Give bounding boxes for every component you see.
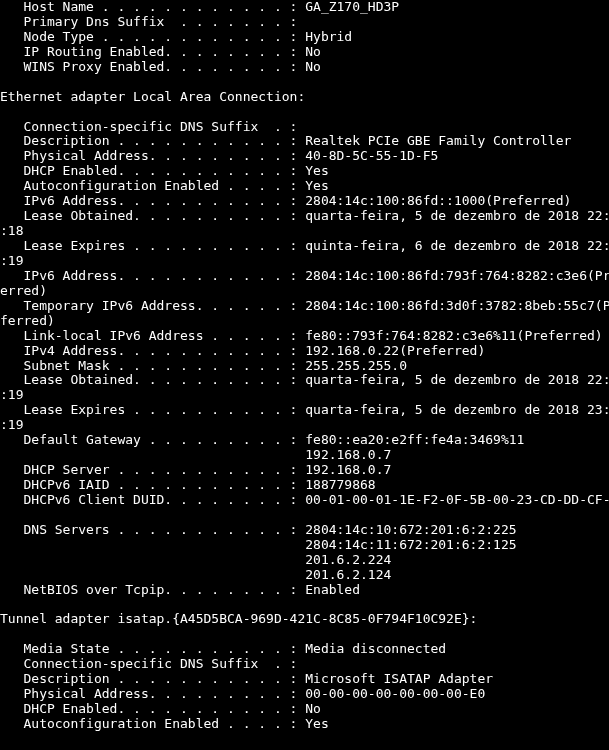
output-line: Autoconfiguration Enabled . . . . : Yes	[0, 717, 609, 732]
output-line: Physical Address. . . . . . . . . : 00-0…	[0, 687, 609, 702]
output-line: Link-local IPv6 Address . . . . . : fe80…	[0, 329, 609, 344]
output-line	[0, 627, 609, 642]
output-line: 201.6.2.124	[0, 568, 609, 583]
output-line: Tunnel adapter isatap.{A45D5BCA-969D-421…	[0, 612, 609, 627]
output-line: Lease Expires . . . . . . . . . . : quin…	[0, 239, 609, 254]
output-line: Host Name . . . . . . . . . . . . : GA_Z…	[0, 0, 609, 15]
output-line: 192.168.0.7	[0, 448, 609, 463]
output-line: Lease Obtained. . . . . . . . . . : quar…	[0, 373, 609, 388]
output-line: IPv6 Address. . . . . . . . . . . : 2804…	[0, 269, 609, 284]
output-line: erred)	[0, 284, 609, 299]
output-line: :19	[0, 418, 609, 433]
output-line: DHCP Enabled. . . . . . . . . . . : Yes	[0, 164, 609, 179]
output-line	[0, 508, 609, 523]
output-line: :19	[0, 254, 609, 269]
output-line: DHCPv6 IAID . . . . . . . . . . . : 1887…	[0, 478, 609, 493]
output-line: 201.6.2.224	[0, 553, 609, 568]
output-line	[0, 75, 609, 90]
terminal-output: Host Name . . . . . . . . . . . . : GA_Z…	[0, 0, 609, 750]
output-line: 2804:14c:11:672:201:6:2:125	[0, 538, 609, 553]
output-line: IPv4 Address. . . . . . . . . . . : 192.…	[0, 344, 609, 359]
output-line: Default Gateway . . . . . . . . . : fe80…	[0, 433, 609, 448]
output-line: Temporary IPv6 Address. . . . . . : 2804…	[0, 299, 609, 314]
output-line: Primary Dns Suffix . . . . . . . :	[0, 15, 609, 30]
output-line: Description . . . . . . . . . . . : Micr…	[0, 672, 609, 687]
output-line	[0, 105, 609, 120]
output-line: ferred)	[0, 314, 609, 329]
output-line: DHCP Server . . . . . . . . . . . : 192.…	[0, 463, 609, 478]
output-line: Physical Address. . . . . . . . . : 40-8…	[0, 149, 609, 164]
output-line: Connection-specific DNS Suffix . :	[0, 657, 609, 672]
output-line: DHCPv6 Client DUID. . . . . . . . : 00-0…	[0, 493, 609, 508]
output-line: DHCP Enabled. . . . . . . . . . . : No	[0, 702, 609, 717]
output-line: WINS Proxy Enabled. . . . . . . . : No	[0, 60, 609, 75]
output-line: NetBIOS over Tcpip. . . . . . . . : Enab…	[0, 583, 609, 598]
output-line	[0, 598, 609, 613]
output-line: Media State . . . . . . . . . . . : Medi…	[0, 642, 609, 657]
output-line: IP Routing Enabled. . . . . . . . : No	[0, 45, 609, 60]
output-line: IPv6 Address. . . . . . . . . . . : 2804…	[0, 194, 609, 209]
output-line: Ethernet adapter Local Area Connection:	[0, 90, 609, 105]
output-line: DNS Servers . . . . . . . . . . . : 2804…	[0, 523, 609, 538]
output-line: Subnet Mask . . . . . . . . . . . : 255.…	[0, 359, 609, 374]
output-line: :18	[0, 224, 609, 239]
output-line: Connection-specific DNS Suffix . :	[0, 120, 609, 135]
output-line: Lease Obtained. . . . . . . . . . : quar…	[0, 209, 609, 224]
output-line: Node Type . . . . . . . . . . . . : Hybr…	[0, 30, 609, 45]
output-line: Autoconfiguration Enabled . . . . : Yes	[0, 179, 609, 194]
output-line: Lease Expires . . . . . . . . . . : quar…	[0, 403, 609, 418]
output-line: Description . . . . . . . . . . . : Real…	[0, 134, 609, 149]
output-line: :19	[0, 388, 609, 403]
